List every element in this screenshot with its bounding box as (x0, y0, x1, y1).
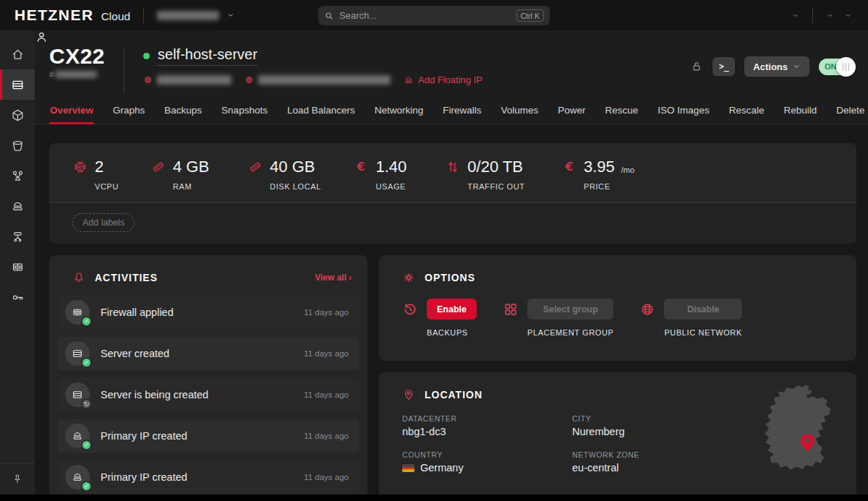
tab[interactable]: Networking (374, 100, 425, 124)
chevron-down-icon (792, 62, 801, 71)
option-group: Disable PUBLIC NETWORK (639, 299, 741, 337)
activity-row: Primary IP created 11 days ago (58, 419, 359, 453)
home[interactable] (0, 39, 35, 69)
topbar-divider (143, 7, 144, 23)
object-storage[interactable] (0, 130, 35, 160)
load-balancer-icon (11, 169, 25, 183)
overview-content: 2 VCPU 4 GB RAM (35, 124, 868, 494)
chevron-down-icon (226, 11, 235, 20)
server-type-block: CX22 # (49, 45, 105, 79)
bucket-icon (11, 139, 25, 153)
firewalls[interactable] (0, 252, 35, 282)
location-field: COUNTRY Germany (402, 450, 572, 474)
options-title: OPTIONS (425, 272, 475, 283)
activity-time: 11 days ago (304, 390, 349, 399)
stat: 3.95 /mo PRICE (561, 158, 634, 191)
placement-group-icon (503, 301, 519, 317)
search-bar[interactable]: Ctrl K (318, 6, 550, 25)
view-all-link[interactable]: View all › (315, 273, 352, 283)
tab[interactable]: Overview (49, 100, 94, 124)
tab[interactable]: Rescale (728, 100, 765, 124)
option-button[interactable]: Enable (427, 299, 477, 320)
status-badge-icon (81, 481, 92, 492)
firewall-icon (11, 260, 25, 274)
globe-icon (143, 75, 153, 85)
location-field-value: Nuremberg (572, 426, 742, 437)
stat-value: 0/20 TB (467, 158, 523, 176)
server-ips-row: Add Floating IP (143, 74, 482, 85)
tab[interactable]: Graphs (112, 100, 145, 124)
stat: 0/20 TB TRAFFIC OUT (445, 158, 529, 191)
add-labels-button[interactable]: Add labels (72, 213, 135, 232)
logo-text: HETZNER (14, 7, 94, 24)
activities-list: Firewall applied 11 days ago Server crea… (49, 296, 367, 494)
account-menu[interactable] (844, 12, 852, 20)
activity-text: Firewall applied (101, 307, 174, 318)
actions-button[interactable]: Actions (744, 56, 809, 77)
activity-text: Primary IP created (101, 430, 187, 442)
server-name[interactable]: self-host-server (158, 46, 258, 66)
product-name: Cloud (101, 10, 131, 23)
stats-row: 2 VCPU 4 GB RAM (49, 143, 856, 202)
options-panel: OPTIONS Enable BACKUPS Select group PLAC… (379, 255, 856, 361)
location-field: NETWORK ZONE eu-central (572, 450, 742, 474)
activities-panel: ACTIVITIES View all › (49, 255, 367, 494)
network-icon (11, 230, 25, 244)
tab[interactable]: Volumes (501, 100, 540, 124)
volumes[interactable] (0, 100, 35, 130)
server-stats-panel: 2 VCPU 4 GB RAM (49, 143, 856, 244)
lock-icon[interactable] (690, 60, 703, 73)
power-toggle[interactable]: ON (819, 59, 854, 75)
apps-menu[interactable] (826, 12, 834, 20)
tab[interactable]: ISO Images (657, 100, 710, 124)
stat: 4 GB RAM (150, 158, 216, 191)
stat-label: RAM (150, 182, 216, 191)
topbar-right (791, 7, 852, 23)
tab[interactable]: Snapshots (221, 100, 268, 124)
server-id: # (49, 70, 105, 79)
tab[interactable]: Rebuild (783, 100, 817, 124)
sidebar (0, 30, 35, 494)
tab[interactable]: Power (557, 100, 586, 124)
project-switcher[interactable] (157, 11, 235, 20)
security[interactable] (0, 282, 35, 312)
primary-ip-icon (72, 471, 83, 483)
search-icon (324, 11, 334, 21)
notifications-menu[interactable] (791, 12, 799, 20)
bell-icon (72, 271, 85, 284)
hetzner-logo[interactable]: HETZNER Cloud (14, 7, 130, 24)
location-field: CITY Nuremberg (572, 414, 742, 437)
option-button[interactable]: Disable (664, 299, 741, 320)
location-field-value: Germany (402, 462, 572, 474)
server-icon (72, 348, 83, 359)
tab[interactable]: Firewalls (442, 100, 482, 124)
networks[interactable] (0, 221, 35, 252)
floating-ips[interactable] (0, 191, 35, 221)
option-label: PLACEMENT GROUP (527, 328, 613, 337)
tab[interactable]: Load Balancers (286, 100, 356, 124)
floating-ip-icon (11, 200, 25, 213)
tab[interactable]: Delete (835, 100, 865, 124)
servers[interactable] (0, 69, 35, 100)
option-button[interactable]: Select group (527, 299, 613, 320)
chevron-down-icon (844, 12, 852, 20)
cube-icon (11, 108, 25, 122)
tab[interactable]: Backups (163, 100, 203, 124)
running-status-dot (143, 53, 150, 59)
stat: 40 GB DISK LOCAL (247, 158, 321, 191)
search-input[interactable] (339, 10, 511, 21)
ram-icon (150, 159, 166, 175)
load-balancers[interactable] (0, 160, 35, 191)
status-badge-icon (81, 398, 92, 409)
public-network-icon (639, 301, 655, 317)
toggle-knob[interactable] (836, 57, 856, 77)
tab[interactable]: Rescue (605, 100, 639, 124)
redacted-ipv4 (157, 75, 231, 85)
pin-sidebar-button[interactable] (0, 463, 35, 494)
pushpin-icon (12, 474, 23, 485)
home-icon (11, 48, 25, 61)
console-button[interactable]: >_ (712, 57, 735, 76)
add-floating-ip-button[interactable]: Add Floating IP (404, 74, 482, 85)
activity-row: Server is being created 11 days ago (58, 378, 359, 411)
map-pin-icon (402, 388, 415, 401)
